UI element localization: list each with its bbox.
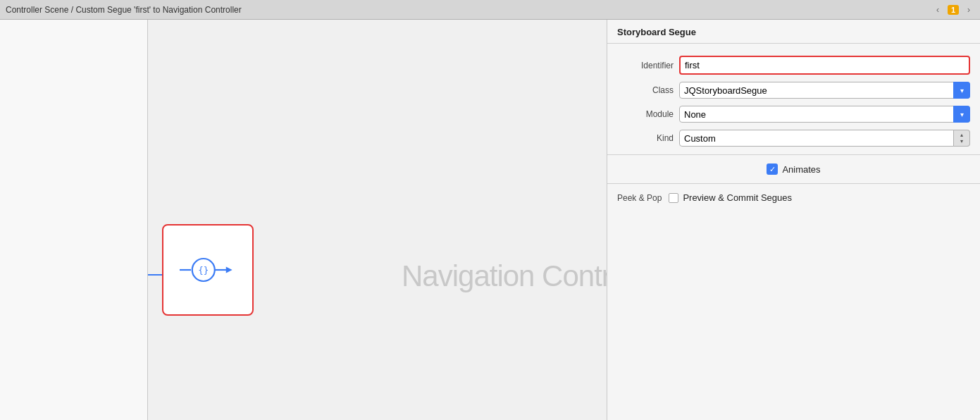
class-select-wrapper: JQStoryboardSegue ▾	[679, 82, 970, 99]
module-row: Module None ▾	[607, 102, 980, 126]
animates-label: Animates	[782, 164, 820, 175]
identifier-input[interactable]	[682, 58, 967, 72]
canvas-area: {} Navigation Contr	[148, 20, 607, 420]
main-content: {} Navigation Contr Storyboard Segue Ide…	[0, 20, 980, 420]
identifier-row: Identifier	[607, 52, 980, 78]
animates-checkbox[interactable]: ✓	[767, 163, 778, 175]
chevron-down-icon-module: ▾	[960, 111, 964, 118]
peek-pop-checkbox[interactable]	[669, 193, 678, 203]
form-divider-1	[607, 154, 980, 155]
kind-select-wrapper: Custom ▴ ▾	[679, 130, 970, 147]
checkmark-icon: ✓	[769, 166, 776, 173]
segue-icon-box: {}	[162, 224, 254, 316]
nav-forward-arrow[interactable]: ›	[963, 4, 974, 16]
identifier-label: Identifier	[617, 61, 674, 70]
top-bar-nav: ‹ 1 ›	[932, 4, 974, 16]
kind-row: Kind Custom ▴ ▾	[607, 126, 980, 150]
chevron-down-icon: ▾	[960, 87, 964, 94]
animates-row: ✓ Animates	[607, 159, 980, 179]
breadcrumb: Controller Scene / Custom Segue 'first' …	[6, 5, 242, 15]
nav-warning-badge: 1	[948, 5, 959, 15]
module-select-wrapper: None ▾	[679, 106, 970, 123]
peek-pop-row: Peek & Pop Preview & Commit Segues	[607, 188, 980, 207]
class-label: Class	[617, 85, 674, 95]
form-divider-2	[607, 183, 980, 184]
class-dropdown-btn[interactable]: ▾	[953, 82, 970, 99]
segue-icon: {}	[180, 249, 236, 291]
chevron-up-icon: ▴	[960, 132, 963, 138]
kind-stepper-btn[interactable]: ▴ ▾	[953, 130, 970, 147]
preview-commit-label: Preview & Commit Segues	[683, 192, 792, 203]
chevron-down-icon-kind: ▾	[960, 139, 963, 144]
right-panel: Storyboard Segue Identifier Class JQStor…	[607, 20, 980, 420]
module-dropdown-btn[interactable]: ▾	[953, 106, 970, 123]
breadcrumb-text: Controller Scene / Custom Segue 'first' …	[6, 5, 242, 15]
svg-text:{}: {}	[198, 264, 209, 275]
nav-controller-text: Navigation Contr	[402, 259, 607, 293]
kind-label: Kind	[617, 133, 674, 143]
class-select[interactable]: JQStoryboardSegue	[679, 82, 970, 99]
nav-back-arrow[interactable]: ‹	[932, 4, 943, 16]
panel-title: Storyboard Segue	[607, 20, 980, 44]
kind-select[interactable]: Custom	[679, 130, 970, 147]
module-select[interactable]: None	[679, 106, 970, 123]
identifier-input-wrapper	[679, 56, 970, 75]
class-row: Class JQStoryboardSegue ▾	[607, 78, 980, 102]
svg-marker-6	[226, 267, 232, 273]
left-column	[0, 20, 148, 420]
module-label: Module	[617, 109, 674, 119]
top-bar: Controller Scene / Custom Segue 'first' …	[0, 0, 980, 20]
peek-pop-label: Peek & Pop	[617, 193, 662, 203]
form-area: Identifier Class JQStoryboardSegue ▾	[607, 44, 980, 216]
